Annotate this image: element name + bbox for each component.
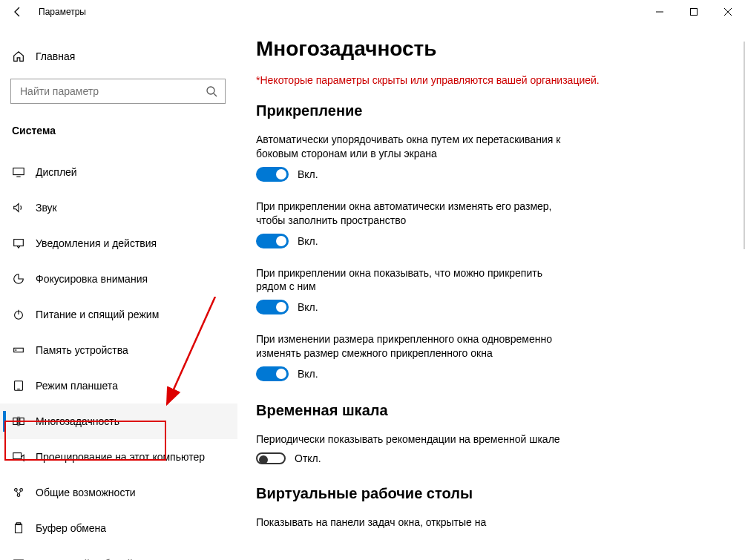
svg-point-19 bbox=[20, 489, 23, 492]
setting-desc: При прикреплении окна автоматически изме… bbox=[256, 200, 575, 228]
sidebar-item-label: Многозадачность bbox=[36, 415, 119, 427]
home-icon bbox=[12, 50, 36, 63]
projecting-icon bbox=[12, 450, 36, 464]
svg-point-2 bbox=[207, 87, 214, 94]
sidebar-item-focus[interactable]: Фокусировка внимания bbox=[0, 261, 237, 297]
svg-rect-17 bbox=[13, 453, 22, 459]
timeline-heading: Временная шкала bbox=[256, 402, 671, 419]
timeline-setting: Периодически показывать рекомендации на … bbox=[256, 432, 671, 464]
sidebar-item-projecting[interactable]: Проецирование на этот компьютер bbox=[0, 439, 237, 475]
setting-desc: Показывать на панели задач окна, открыты… bbox=[256, 515, 575, 530]
toggle-snap-adjacent[interactable] bbox=[256, 366, 289, 381]
sidebar-item-shared[interactable]: Общие возможности bbox=[0, 475, 237, 510]
remote-icon bbox=[12, 557, 36, 560]
sidebar-item-clipboard[interactable]: Буфер обмена bbox=[0, 510, 237, 546]
home-button[interactable]: Главная bbox=[0, 42, 237, 71]
snap-setting-3: При прикреплении окна показывать, что мо… bbox=[256, 266, 671, 315]
svg-point-20 bbox=[17, 494, 20, 497]
sidebar-item-storage[interactable]: Память устройства bbox=[0, 332, 237, 368]
toggle-state: Откл. bbox=[295, 452, 321, 464]
focus-icon bbox=[12, 272, 36, 286]
sidebar-item-label: Проецирование на этот компьютер bbox=[36, 451, 205, 463]
svg-rect-21 bbox=[16, 524, 22, 533]
sidebar-item-notifications[interactable]: Уведомления и действия bbox=[0, 225, 237, 261]
display-icon bbox=[12, 165, 36, 179]
sidebar-item-display[interactable]: Дисплей bbox=[0, 154, 237, 190]
clipboard-icon bbox=[12, 521, 36, 535]
svg-rect-4 bbox=[13, 168, 24, 175]
toggle-state: Вкл. bbox=[298, 168, 318, 180]
window-title: Параметры bbox=[39, 7, 86, 17]
setting-desc: Периодически показывать рекомендации на … bbox=[256, 432, 575, 447]
home-label: Главная bbox=[36, 50, 75, 62]
setting-desc: При прикреплении окна показывать, что мо… bbox=[256, 266, 575, 294]
maximize-button[interactable] bbox=[677, 0, 711, 24]
close-button[interactable] bbox=[711, 0, 745, 24]
title-bar: Параметры bbox=[0, 0, 745, 24]
search-input[interactable] bbox=[10, 79, 226, 104]
org-policy-note: *Некоторые параметры скрыты или управляю… bbox=[256, 74, 671, 86]
svg-line-3 bbox=[214, 93, 217, 96]
shared-icon bbox=[12, 486, 36, 499]
sidebar-item-sound[interactable]: Звук bbox=[0, 190, 237, 225]
tablet-icon bbox=[12, 379, 36, 392]
toggle-state: Вкл. bbox=[298, 235, 318, 247]
content-panel: Многозадачность *Некоторые параметры скр… bbox=[237, 24, 745, 560]
svg-rect-1 bbox=[691, 9, 698, 16]
toggle-snap-arrange[interactable] bbox=[256, 167, 289, 182]
sidebar-item-power[interactable]: Питание и спящий режим bbox=[0, 297, 237, 332]
toggle-timeline-suggestions[interactable] bbox=[256, 452, 286, 464]
virtual-heading: Виртуальные рабочие столы bbox=[256, 485, 671, 502]
sidebar-item-label: Звук bbox=[36, 202, 57, 214]
svg-rect-13 bbox=[13, 418, 17, 425]
sidebar-section: Система bbox=[0, 125, 237, 136]
snap-setting-2: При прикреплении окна автоматически изме… bbox=[256, 200, 671, 248]
snap-setting-4: При изменении размера прикрепленного окн… bbox=[256, 332, 671, 381]
sidebar-item-label: Дисплей bbox=[36, 166, 77, 178]
sidebar-item-label: Режим планшета bbox=[36, 380, 118, 392]
sidebar-item-label: Уведомления и действия bbox=[36, 237, 157, 249]
sidebar-item-label: Питание и спящий режим bbox=[36, 309, 159, 320]
power-icon bbox=[12, 308, 36, 321]
sidebar-item-label: Общие возможности bbox=[36, 487, 136, 498]
sidebar-item-label: Фокусировка внимания bbox=[36, 273, 148, 285]
sidebar-item-label: Память устройства bbox=[36, 344, 128, 356]
svg-point-18 bbox=[15, 489, 18, 492]
sound-icon bbox=[12, 201, 36, 214]
sidebar-item-label: Буфер обмена bbox=[36, 522, 106, 534]
sidebar-item-tablet[interactable]: Режим планшета bbox=[0, 368, 237, 403]
sidebar: Главная Система Дисплей Зв bbox=[0, 24, 237, 560]
svg-rect-6 bbox=[14, 240, 24, 246]
svg-point-10 bbox=[16, 349, 17, 351]
multitasking-icon bbox=[12, 415, 36, 428]
search-field[interactable] bbox=[19, 85, 206, 98]
storage-icon bbox=[12, 343, 36, 357]
back-button[interactable] bbox=[6, 0, 30, 24]
toggle-state: Вкл. bbox=[298, 368, 318, 380]
sidebar-item-multitasking[interactable]: Многозадачность bbox=[0, 403, 237, 439]
virtual-setting: Показывать на панели задач окна, открыты… bbox=[256, 515, 671, 530]
sidebar-item-remote[interactable]: Удаленный рабочий стол bbox=[0, 546, 237, 560]
setting-desc: Автоматически упорядочивать окна путем и… bbox=[256, 133, 575, 161]
snap-heading: Прикрепление bbox=[256, 102, 671, 119]
search-icon bbox=[206, 85, 217, 97]
toggle-snap-resize[interactable] bbox=[256, 234, 289, 248]
svg-rect-14 bbox=[20, 418, 24, 425]
window-controls bbox=[643, 0, 745, 24]
snap-setting-1: Автоматически упорядочивать окна путем и… bbox=[256, 133, 671, 182]
setting-desc: При изменении размера прикрепленного окн… bbox=[256, 332, 575, 360]
toggle-state: Вкл. bbox=[298, 301, 318, 313]
toggle-snap-assist[interactable] bbox=[256, 300, 289, 314]
nav-list: Дисплей Звук Уведомления и действия Фоку… bbox=[0, 154, 237, 560]
page-title: Многозадачность bbox=[256, 37, 671, 61]
minimize-button[interactable] bbox=[643, 0, 677, 24]
notifications-icon bbox=[12, 237, 36, 250]
